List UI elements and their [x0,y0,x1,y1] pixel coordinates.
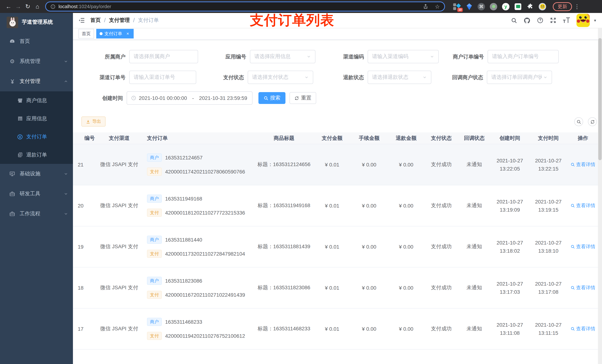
cell-actions: 查看详情 [568,161,598,168]
notify-status-select[interactable]: 请选择订单回调商户状态 [487,71,552,84]
address-bar[interactable]: localhost :1024/pay/order ☆ [45,1,445,11]
tag-close-icon[interactable]: × [125,31,130,36]
browser-menu-icon[interactable]: ⋮ [574,3,580,10]
cell-pay-time: 2021-10-2713:19:15 [529,198,568,214]
table-row: 17微信 JSAPI 支付商户1635311468233支付4200001194… [73,309,598,350]
sidebar-item-label: 首页 [20,38,30,45]
view-detail-link[interactable]: 查看详情 [570,161,595,168]
github-icon[interactable] [524,17,531,24]
sidebar-item-merchant-info[interactable]: 商户信息 [0,91,73,110]
view-detail-link[interactable]: 查看详情 [570,284,595,291]
filter-label-app: 应用编号 [194,50,246,64]
cell-title: 标题：1635312124656 [254,161,314,168]
monitor-icon [8,171,17,177]
extension-command-icon[interactable]: ⌘ [478,3,485,10]
help-icon[interactable] [537,17,544,24]
cell-channel: 微信 JSAPI 支付 [95,202,143,209]
cell-amount: ¥ 0.01 [314,326,351,332]
date-end: 2021-10-31 23:59:59 [199,95,247,101]
chevron-down-icon [64,192,68,196]
search-icon[interactable] [511,17,517,23]
app-select[interactable]: 请选择应用信息 [250,50,315,63]
extension-chat-icon[interactable] [514,3,522,10]
tag-pay-order[interactable]: 支付订单 × [96,29,134,39]
browser-update-button[interactable]: 更新 [553,2,572,11]
breadcrumb-home[interactable]: 首页 [90,17,101,24]
cell-refund: ¥ 0.00 [388,326,425,332]
date-range-input[interactable]: 2021-10-01 00:00:00 - 2021-10-31 23:59:5… [127,91,252,105]
extensions-puzzle-icon[interactable] [527,3,534,10]
site-info-icon[interactable] [50,4,55,9]
orders-table: 编号 支付渠道 支付订单 商品标题 支付金额 手续金额 退款金额 支付状态 回调… [73,132,598,364]
breadcrumb-payment[interactable]: 支付管理 [109,17,130,24]
cell-id: 19 [73,244,95,250]
refund-status-select[interactable]: 请选择退款状态 [368,71,431,84]
cell-notify-status: 未通知 [458,243,491,250]
search-button[interactable]: 搜索 [258,92,285,104]
font-size-icon[interactable] [563,17,570,23]
sidebar-item-infrastructure[interactable]: 基础设施 [0,164,73,184]
channel-order-no-input[interactable]: 请输入渠道订单号 [129,71,196,84]
view-detail-link[interactable]: 查看详情 [570,325,595,332]
extension-tag-manager-icon[interactable]: 10 [453,3,461,10]
sidebar-item-system[interactable]: ⚙ 系统管理 [0,52,73,71]
sidebar-item-app-info[interactable]: 应用信息 [0,110,73,128]
export-button[interactable]: 导出 [81,116,106,126]
view-detail-label: 查看详情 [576,243,595,250]
sidebar-item-refund-order[interactable]: 退款订单 [0,146,73,164]
sidebar-collapse-icon[interactable] [78,17,85,24]
cell-pay-order: 商户1635311468233支付42000011942021102767521… [143,318,254,340]
sidebar-item-home[interactable]: 首页 [0,31,73,52]
pay-order-no: 4200001167202110271022491439 [165,292,245,298]
browser-home-icon[interactable]: ⌂ [32,3,42,10]
cell-fee: ¥ 0.00 [351,326,388,332]
sidebar-item-payment[interactable]: 支付管理 [0,71,73,91]
browser-reload-icon[interactable]: ↻ [23,3,32,10]
page-scrollbar[interactable] [598,28,602,364]
sidebar-item-dev-tools[interactable]: 研发工具 [0,184,73,204]
tag-home[interactable]: 首页 [78,29,94,39]
reset-button[interactable]: 重置 [290,92,316,104]
merchant-input[interactable]: 请选择所属商户 [129,50,198,63]
browser-forward-icon[interactable]: → [13,3,23,10]
fullscreen-icon[interactable] [550,17,557,24]
channel-code-select[interactable]: 请输入渠道编码 [368,50,439,63]
col-id: 编号 [73,135,95,142]
avatar-caret-icon[interactable]: ▾ [594,18,596,23]
cell-pay-status: 支付成功 [425,325,458,332]
cell-fee: ¥ 0.00 [351,162,388,167]
extension-record-icon[interactable] [490,3,497,10]
yen-icon [8,79,17,84]
search-button-label: 搜索 [270,95,280,101]
extension-emoji-icon[interactable] [539,3,546,10]
cell-fee: ¥ 0.00 [351,244,388,250]
sidebar-item-workflow[interactable]: 工作流程 [0,204,73,224]
view-detail-link[interactable]: 查看详情 [570,243,595,250]
cell-refund: ¥ 0.00 [388,203,425,209]
table-row: 18微信 JSAPI 支付商户1635311823086支付4200001167… [73,268,598,309]
view-detail-link[interactable]: 查看详情 [570,202,595,209]
pay-status-select[interactable]: 请选择支付状态 [248,71,313,84]
extension-y-icon[interactable]: y [502,3,509,10]
view-detail-label: 查看详情 [576,161,595,168]
merchant-order-no-input[interactable]: 请输入商户订单编号 [488,50,559,63]
chevron-down-icon [421,75,427,80]
gear-icon: ⚙ [8,58,17,65]
avatar[interactable] [577,14,590,27]
extension-row: 10 ⌘ y [453,3,546,10]
scrollbar-thumb[interactable] [598,38,602,160]
toggle-search-button[interactable] [574,117,583,126]
cell-channel: 微信 JSAPI 支付 [95,325,143,332]
sidebar-item-pay-order[interactable]: 支付订单 [0,128,73,146]
extension-gem-icon[interactable] [465,3,473,10]
browser-back-icon[interactable]: ← [4,3,13,10]
cell-notify-status: 未通知 [458,284,491,291]
refresh-button[interactable] [588,117,597,126]
bookmark-star-icon[interactable]: ☆ [435,3,440,10]
col-fee: 手续金额 [351,135,388,142]
share-icon[interactable] [423,4,428,9]
sidebar-logo[interactable]: 芋道管理系统 [0,13,73,31]
application-window: ← → ↻ ⌂ localhost :1024/pay/order ☆ 10 [0,0,602,364]
cell-refund: ¥ 0.00 [388,162,425,167]
cell-id: 18 [73,285,95,291]
